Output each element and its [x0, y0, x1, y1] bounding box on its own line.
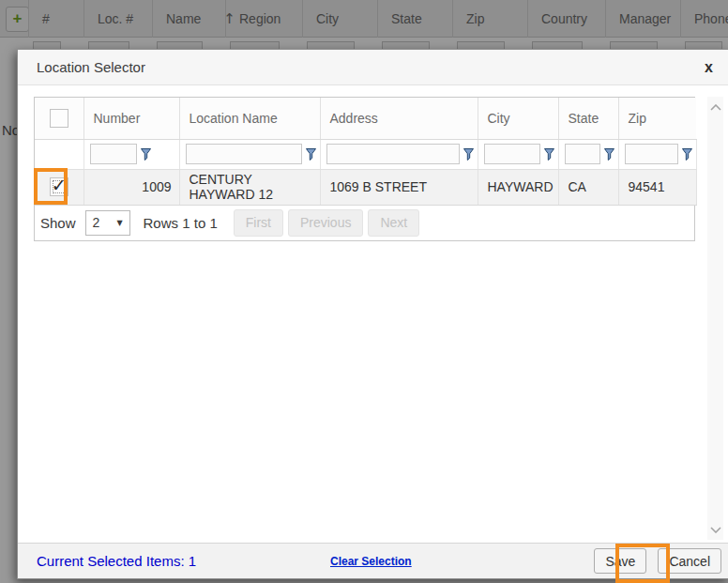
cell-state: CA	[558, 169, 618, 205]
scroll-down-icon[interactable]	[709, 523, 721, 536]
col-header-number: Number	[83, 98, 179, 139]
dialog-title: Location Selector	[37, 59, 145, 75]
rows-range-label: Rows 1 to 1	[144, 215, 218, 231]
filter-input-state[interactable]	[565, 144, 600, 164]
col-header-location-name: Location Name	[179, 98, 320, 139]
cancel-button[interactable]: Cancel	[658, 548, 721, 574]
col-header-zip: Zip	[618, 98, 696, 139]
next-page-button[interactable]: Next	[368, 209, 419, 237]
col-header-address: Address	[320, 98, 478, 139]
scroll-up-icon[interactable]	[709, 100, 721, 114]
show-label: Show	[40, 215, 76, 231]
row-checkbox[interactable]: ✓	[50, 177, 68, 196]
page-size-dropdown[interactable]: 2 ▼	[85, 210, 130, 236]
filter-funnel-icon[interactable]	[141, 148, 151, 161]
vertical-scrollbar[interactable]	[707, 97, 723, 540]
cell-city: HAYWARD	[478, 169, 558, 205]
cell-address: 1069 B STREET	[320, 169, 478, 205]
filter-funnel-icon[interactable]	[604, 148, 614, 161]
filter-input-city[interactable]	[484, 144, 540, 164]
filter-input-address[interactable]	[326, 144, 460, 164]
save-button[interactable]: Save	[594, 548, 646, 574]
filter-funnel-icon[interactable]	[544, 148, 554, 161]
filter-funnel-icon[interactable]	[463, 148, 474, 161]
dialog-footer: Current Selected Items: 1 Clear Selectio…	[18, 543, 728, 578]
dialog-titlebar: Location Selector x	[18, 50, 728, 85]
location-grid: Number Location Name Address City State …	[34, 97, 695, 241]
close-icon[interactable]: x	[705, 60, 713, 75]
col-header-city: City	[478, 98, 558, 139]
col-header-state: State	[558, 98, 618, 139]
screen: + # Loc. # Name↑ Region City State Zip C…	[0, 0, 728, 583]
grid-pagination: Show 2 ▼ Rows 1 to 1 First Previous Next	[35, 206, 694, 240]
page-size-value: 2	[93, 215, 100, 230]
previous-page-button[interactable]: Previous	[288, 209, 363, 237]
filter-input-location-name[interactable]	[186, 144, 302, 164]
filter-input-number[interactable]	[90, 144, 137, 164]
location-selector-dialog: Location Selector x Number Location Name…	[17, 49, 728, 579]
filter-funnel-icon[interactable]	[682, 148, 692, 161]
location-row[interactable]: ✓ 1009 CENTURY HAYWARD 12 1069 B STREET …	[35, 169, 696, 205]
cell-number: 1009	[83, 169, 179, 205]
grid-filter-row	[35, 139, 696, 169]
cell-zip: 94541	[618, 169, 696, 205]
cell-location-name: CENTURY HAYWARD 12	[179, 169, 320, 205]
dropdown-caret-icon: ▼	[116, 219, 122, 227]
filter-funnel-icon[interactable]	[306, 148, 316, 161]
selected-items-count: Current Selected Items: 1	[37, 553, 196, 569]
first-page-button[interactable]: First	[234, 209, 283, 237]
clear-selection-link[interactable]: Clear Selection	[330, 555, 412, 568]
grid-header-row: Number Location Name Address City State …	[35, 98, 696, 139]
checkmark-icon: ✓	[52, 175, 67, 195]
filter-input-zip[interactable]	[625, 144, 678, 164]
select-all-checkbox[interactable]	[50, 109, 68, 128]
